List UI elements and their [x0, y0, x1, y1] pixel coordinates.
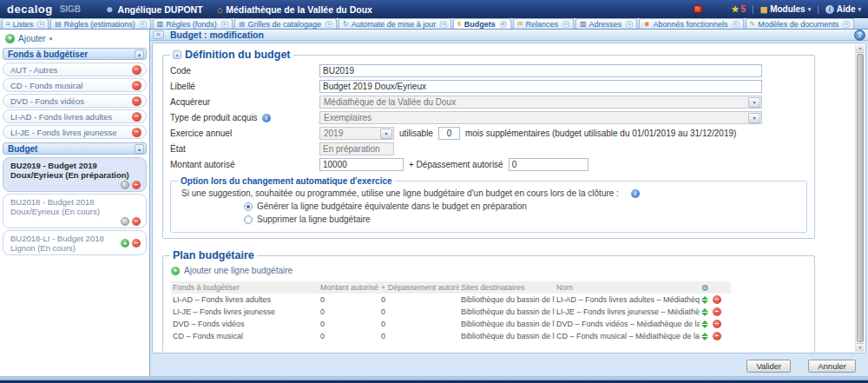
mois-supplementaires-input[interactable] — [438, 127, 460, 140]
help-menu[interactable]: i Aide ▾ — [825, 4, 861, 14]
delete-icon[interactable]: − — [713, 307, 721, 316]
tab-grilles-catalogage[interactable]: ▦Grilles de catalogage× — [234, 18, 337, 29]
close-icon[interactable]: × — [626, 21, 633, 28]
sidebar: + Ajouter ▾ Fonds à budgétiser ▴ AUT - A… — [0, 30, 150, 376]
list-item[interactable]: DVD - Fonds vidéos− — [3, 94, 147, 108]
tab-listes[interactable]: ≡Listes× — [2, 18, 49, 29]
montant-autorise-input[interactable] — [319, 158, 404, 171]
close-icon[interactable]: × — [562, 21, 569, 28]
list-item[interactable]: CD - Fonds musical− — [3, 78, 147, 92]
close-icon[interactable]: × — [500, 21, 507, 28]
list-item[interactable]: LI-JE - Fonds livres jeunesse− — [3, 125, 147, 139]
delete-icon[interactable]: − — [132, 217, 141, 226]
collapse-sidebar-button[interactable]: « — [153, 30, 164, 39]
close-icon[interactable]: × — [440, 21, 447, 28]
depassement-input[interactable] — [509, 158, 589, 171]
radio-supprimer-ligne[interactable] — [244, 215, 253, 224]
list-item-budget-2018[interactable]: BU2018 - Budget 2018 Doux/Eyrieux (En co… — [3, 194, 147, 228]
update-icon: ↻ — [343, 21, 349, 28]
modules-menu[interactable]: ▦ Modules ▾ — [760, 4, 812, 14]
cancel-button[interactable]: Annuler — [808, 360, 856, 373]
vertical-scrollbar[interactable]: ▴ ▾ — [855, 44, 865, 352]
list-item[interactable]: AUT - Autres− — [3, 63, 147, 76]
list-item-budget-2018-lignon[interactable]: BU2018-LI - Budget 2018 Lignon (En cours… — [3, 230, 147, 255]
acquereur-label: Acquéreur — [170, 97, 319, 107]
delete-icon[interactable]: − — [713, 320, 721, 328]
delete-icon[interactable]: − — [132, 65, 141, 75]
alert-icon[interactable] — [694, 5, 702, 13]
reorder-icon[interactable] — [701, 320, 708, 328]
table-row[interactable]: CD – Fonds musical 0 0 Bibliothèque du b… — [171, 330, 731, 342]
close-icon[interactable]: × — [221, 21, 228, 28]
app-window: decalog SIGB ☻ Angélique DUPONT ⌂ Médiat… — [0, 0, 868, 383]
scroll-down-arrow[interactable]: ▾ — [856, 343, 865, 352]
close-icon[interactable]: × — [37, 21, 44, 28]
add-menu-button[interactable]: + Ajouter ▾ — [0, 30, 149, 46]
scroll-up-arrow[interactable]: ▴ — [856, 44, 865, 53]
tab-abonnes-fonctionnels[interactable]: ☻Abonnés fonctionnels× — [639, 18, 743, 29]
libelle-label: Libellé — [170, 82, 319, 91]
table-row[interactable]: DVD – Fonds vidéos 0 0 Bibliothèque du b… — [171, 318, 731, 330]
delete-icon[interactable]: − — [713, 332, 721, 340]
delete-icon[interactable]: − — [713, 295, 721, 304]
type-produit-label: Type de produit acquis i — [170, 113, 319, 122]
definition-legend: ▴ Définition du budget — [170, 49, 293, 61]
delete-icon[interactable]: − — [132, 112, 141, 122]
app-logo-suffix: SIGB — [60, 4, 81, 14]
table-row[interactable]: LI-AD – Fonds livres adultes 0 0 Bibliot… — [171, 294, 731, 306]
tab-relances[interactable]: ✉Relances× — [513, 18, 574, 29]
current-site[interactable]: ⌂ Médiathèque de la Vallée du Doux — [217, 4, 372, 15]
contextual-help-button[interactable]: ? — [854, 30, 865, 41]
close-icon[interactable]: × — [733, 21, 740, 28]
tab-regles-fonds[interactable]: ▥Règles (fonds)× — [153, 18, 233, 29]
fonds-section-header[interactable]: Fonds à budgétiser ▴ — [3, 48, 147, 60]
current-user[interactable]: ☻ Angélique DUPONT — [105, 4, 203, 15]
delete-icon[interactable]: − — [132, 96, 141, 106]
delete-icon[interactable]: − — [132, 128, 141, 137]
top-bar: decalog SIGB ☻ Angélique DUPONT ⌂ Médiat… — [0, 0, 868, 18]
list-item-budget-2019[interactable]: BU2019 - Budget 2019 Doux/Eyrieux (En pr… — [3, 157, 147, 192]
budget-section-header[interactable]: Budget ▴ — [3, 142, 147, 155]
montant-autorise-label: Montant autorisé — [170, 160, 319, 169]
favorites[interactable]: ★ 5 — [731, 4, 746, 14]
col-nom: Nom — [555, 281, 700, 294]
collapse-icon[interactable]: ▴ — [135, 50, 144, 59]
chevron-down-icon: ▾ — [380, 129, 392, 139]
rules-icon: ▤ — [55, 21, 62, 28]
delete-icon[interactable]: − — [132, 181, 141, 189]
add-budget-line-button[interactable]: + Ajouter une ligne budgétaire — [171, 266, 807, 275]
delete-icon[interactable]: − — [132, 81, 141, 90]
reorder-icon[interactable] — [701, 308, 708, 316]
validate-button[interactable]: Valider — [746, 360, 791, 373]
reorder-icon[interactable] — [701, 296, 708, 304]
close-icon[interactable]: × — [140, 21, 147, 28]
radio-generer-ligne[interactable] — [244, 202, 253, 211]
info-icon[interactable]: i — [262, 114, 271, 122]
modules-icon: ▦ — [760, 5, 768, 14]
delete-icon[interactable]: − — [132, 239, 141, 248]
duplicate-icon[interactable] — [121, 217, 129, 226]
table-row[interactable]: LI-JE – Fonds livres jeunesse 0 0 Biblio… — [171, 306, 731, 318]
separator: | — [752, 4, 754, 14]
add-icon[interactable]: + — [121, 239, 129, 248]
list-item[interactable]: LI-AD - Fonds livres adultes− — [3, 109, 147, 123]
budget-list: BU2019 - Budget 2019 Doux/Eyrieux (En pr… — [0, 155, 149, 257]
libelle-input[interactable] — [319, 80, 762, 93]
tab-regles-estimations[interactable]: ▤Règles (estimations)× — [50, 18, 151, 29]
tab-budgets[interactable]: €Budgets× — [453, 18, 510, 29]
gear-icon[interactable]: ⚙ — [701, 283, 709, 293]
collapse-icon[interactable]: ▴ — [135, 144, 144, 154]
collapse-icon[interactable]: ▴ — [173, 50, 181, 59]
add-icon: + — [5, 34, 15, 43]
close-icon[interactable]: × — [843, 21, 850, 28]
code-input[interactable] — [319, 64, 762, 77]
tab-modeles-documents[interactable]: ✎Modèles de documents× — [746, 18, 855, 29]
close-icon[interactable]: × — [326, 21, 332, 28]
scrollbar-thumb[interactable] — [857, 54, 864, 342]
duplicate-icon[interactable] — [121, 181, 129, 189]
tab-automate-mise-a-jour[interactable]: ↻Automate de mise à jour× — [339, 18, 451, 29]
reorder-icon[interactable] — [701, 333, 708, 340]
info-icon[interactable]: i — [631, 189, 640, 198]
depassement-label: + Dépassement autorisé — [409, 160, 503, 169]
tab-adresses[interactable]: ▥Adresses× — [575, 18, 637, 29]
